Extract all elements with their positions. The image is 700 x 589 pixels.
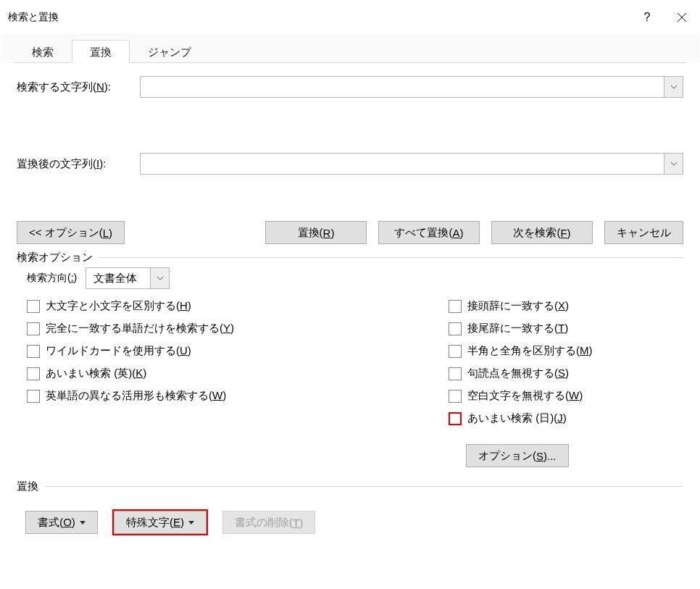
replace-field[interactable]	[141, 154, 664, 174]
tab-jump[interactable]: ジャンプ	[130, 40, 209, 63]
caret-down-icon	[188, 521, 194, 525]
checkbox-icon	[449, 367, 462, 380]
replace-row: 置換後の文字列(I):	[17, 153, 683, 175]
find-history-drop[interactable]	[664, 77, 683, 97]
help-button[interactable]: ?	[630, 1, 664, 34]
find-label: 検索する文字列(N):	[17, 80, 140, 94]
check-prefix[interactable]: 接頭辞に一致する(X)	[449, 299, 673, 313]
special-char-button[interactable]: 特殊文字(E)	[114, 511, 207, 534]
close-icon	[677, 12, 687, 22]
check-word-forms[interactable]: 英単語の異なる活用形も検索する(W)	[27, 389, 420, 403]
checks-right: 接頭辞に一致する(X) 接尾辞に一致する(T) 半角と全角を区別する(M) 句読…	[449, 299, 673, 467]
find-field[interactable]	[141, 77, 664, 97]
dialog-title: 検索と置換	[8, 11, 59, 24]
checkbox-columns: 大文字と小文字を区別する(H) 完全に一致する単語だけを検索する(Y) ワイルド…	[27, 299, 673, 467]
checkbox-icon	[449, 390, 462, 403]
replace-label: 置換後の文字列(I):	[17, 157, 140, 171]
format-button[interactable]: 書式(O)	[25, 511, 98, 534]
clear-format-button[interactable]: 書式の削除(T)	[222, 511, 315, 534]
checkbox-icon	[449, 300, 462, 313]
caret-down-icon	[80, 521, 86, 525]
checkbox-icon	[449, 345, 462, 358]
check-suffix[interactable]: 接尾辞に一致する(T)	[449, 322, 673, 335]
check-width[interactable]: 半角と全角を区別する(M)	[449, 344, 673, 358]
checkbox-icon	[27, 367, 40, 380]
check-ignore-ws[interactable]: 空白文字を無視する(W)	[449, 389, 673, 403]
check-fuzzy-en[interactable]: あいまい検索 (英)(K)	[27, 367, 420, 380]
replace-input[interactable]	[140, 153, 683, 175]
replace-history-drop[interactable]	[664, 154, 683, 174]
cancel-button[interactable]: キャンセル	[604, 221, 683, 244]
search-options-group: 検索オプション 検索方向(:) 文書全体 大文字と小文字を区別する(H) 完全に…	[17, 257, 683, 467]
chevron-down-icon	[670, 162, 678, 166]
close-button[interactable]	[664, 1, 699, 34]
direction-value: 文書全体	[86, 268, 150, 288]
options-toggle-button[interactable]: << オプション(L)	[17, 221, 125, 244]
direction-drop[interactable]	[150, 268, 169, 288]
checkbox-icon	[449, 322, 462, 335]
direction-row: 検索方向(:) 文書全体	[27, 267, 673, 289]
checkbox-icon	[449, 412, 462, 425]
dialog-body: 検索する文字列(N): 置換後の文字列(I): << オプション(L) 置	[1, 63, 699, 588]
find-next-button[interactable]: 次を検索(F)	[491, 221, 593, 244]
replace-group-title: 置換	[17, 480, 44, 493]
direction-label: 検索方向(:)	[27, 272, 77, 285]
check-wildcard[interactable]: ワイルドカードを使用する(U)	[27, 344, 420, 358]
chevron-down-icon	[670, 85, 678, 89]
check-ignore-punct[interactable]: 句読点を無視する(S)	[449, 367, 673, 380]
find-row: 検索する文字列(N):	[17, 76, 683, 98]
checkbox-icon	[27, 390, 40, 403]
main-buttons: << オプション(L) 置換(R) すべて置換(A) 次を検索(F) キャンセル	[17, 221, 683, 244]
search-options-title: 検索オプション	[17, 251, 99, 264]
titlebar: 検索と置換 ?	[1, 1, 699, 34]
check-fuzzy-jp[interactable]: あいまい検索 (日)(J)	[449, 412, 673, 425]
chevron-down-icon	[157, 276, 164, 280]
tabstrip: 検索 置換 ジャンプ	[1, 34, 699, 63]
find-input[interactable]	[140, 76, 683, 98]
replace-format-group: 置換 書式(O) 特殊文字(E) 書式の削除(T)	[17, 486, 683, 534]
fuzzy-options-button[interactable]: オプション(S)...	[466, 444, 569, 467]
replace-all-button[interactable]: すべて置換(A)	[378, 221, 480, 244]
checkbox-icon	[27, 322, 40, 335]
check-match-case[interactable]: 大文字と小文字を区別する(H)	[27, 299, 420, 313]
tab-replace[interactable]: 置換	[72, 40, 130, 63]
checkbox-icon	[27, 345, 40, 358]
replace-button[interactable]: 置換(R)	[265, 221, 367, 244]
check-whole-word[interactable]: 完全に一致する単語だけを検索する(Y)	[27, 322, 420, 335]
checkbox-icon	[27, 300, 40, 313]
checks-left: 大文字と小文字を区別する(H) 完全に一致する単語だけを検索する(Y) ワイルド…	[27, 299, 420, 467]
direction-select[interactable]: 文書全体	[86, 267, 170, 289]
tab-search[interactable]: 検索	[14, 40, 72, 63]
find-replace-dialog: 検索と置換 ? 検索 置換 ジャンプ 検索する文字列(N): 置換後の文字列(I…	[0, 0, 700, 589]
